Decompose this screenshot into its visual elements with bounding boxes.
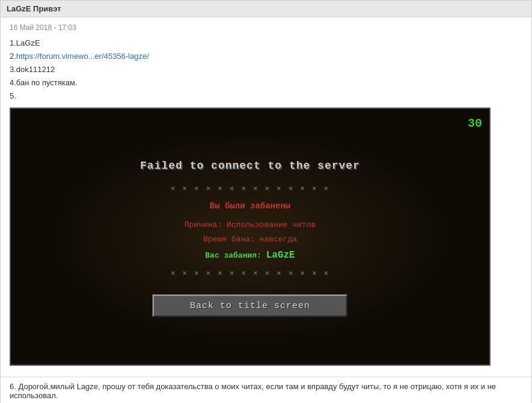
mc-main-title: Failed to connect to the server <box>35 157 465 175</box>
post-footer: 6. Дорогой,милый Lagze, прошу от тебя до… <box>1 377 531 403</box>
page-title: LaGzE Привэт <box>7 4 61 13</box>
mc-reason: Причина: Использование читов <box>35 218 465 231</box>
post-line-3: 3.dok111212 <box>10 63 522 76</box>
post-date: 16 Май 2018 - 17:03 <box>10 23 522 32</box>
mc-banned-by-name: LaGzE <box>266 250 295 261</box>
mc-counter: 30 <box>468 114 482 134</box>
page-wrapper: LaGzE Привэт 16 Май 2018 - 17:03 1.LaGzE… <box>0 0 532 403</box>
minecraft-screenshot: 30 Failed to connect to the server × × ×… <box>10 108 491 366</box>
post-line-2-prefix: 2. <box>10 52 16 61</box>
mc-divider-top: × × × × × × × × × × × × × × <box>35 183 465 196</box>
post-container: 16 Май 2018 - 17:03 1.LaGzE 2.https://fo… <box>1 17 531 377</box>
post-item-5-wrapper: 5. 30 Failed to connect to the server × … <box>10 89 522 366</box>
mc-banned-by: Вас забанил: LaGzE <box>35 247 465 264</box>
mc-time: Время бана: навсегда <box>35 233 465 246</box>
back-to-title-button[interactable]: Back to title screen <box>153 295 347 317</box>
page-title-bar: LaGzE Привэт <box>1 1 531 17</box>
post-line-2-link[interactable]: https://forum.vimewo...er/45356-lagze/ <box>16 52 149 61</box>
post-item-6: 6. Дорогой,милый Lagze, прошу от тебя до… <box>10 382 496 400</box>
mc-banned-by-prefix: Вас забанил: <box>205 251 266 260</box>
post-line-2: 2.https://forum.vimewo...er/45356-lagze/ <box>10 50 522 63</box>
post-content: 1.LaGzE 2.https://forum.vimewo...er/4535… <box>10 37 522 366</box>
mc-divider-bottom: × × × × × × × × × × × × × × <box>35 267 465 280</box>
mc-details: Причина: Использование читов Время бана:… <box>35 218 465 263</box>
post-line-1: 1.LaGzE <box>10 37 522 50</box>
mc-banned-text: Вы были забанены <box>35 199 465 214</box>
post-item-5-label: 5. <box>10 91 16 100</box>
mc-content: Failed to connect to the server × × × × … <box>35 157 465 317</box>
post-line-4: 4.бан по пустякам. <box>10 76 522 89</box>
